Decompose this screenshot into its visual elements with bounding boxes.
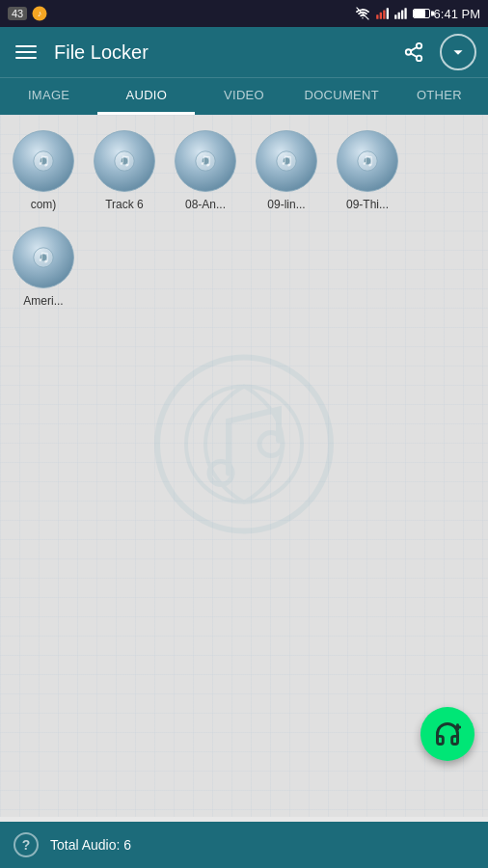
file-grid: ♫ com) ♫ Track 6 xyxy=(0,115,488,321)
status-left: 43 ♪ xyxy=(8,5,48,22)
svg-text:♫: ♫ xyxy=(361,149,374,170)
svg-text:♪: ♪ xyxy=(38,9,42,18)
file-icon-4: ♫ xyxy=(254,128,319,194)
svg-text:♫: ♫ xyxy=(280,149,293,170)
svg-rect-4 xyxy=(383,11,385,19)
svg-rect-7 xyxy=(397,13,399,19)
file-name-2: Track 6 xyxy=(105,198,144,211)
file-name-3: 08-An... xyxy=(185,198,226,211)
svg-rect-2 xyxy=(376,14,378,19)
share-button[interactable] xyxy=(395,34,432,70)
app-title: File Locker xyxy=(54,41,395,64)
tab-image[interactable]: IMAGE xyxy=(0,78,97,115)
svg-rect-8 xyxy=(401,11,403,19)
file-icon-3: ♫ xyxy=(173,128,238,194)
file-name-4: 09-lin... xyxy=(267,198,305,211)
svg-line-14 xyxy=(411,47,417,51)
file-name-6: Ameri... xyxy=(23,294,63,308)
svg-rect-6 xyxy=(394,14,396,19)
time-display: 6:41 PM xyxy=(434,7,480,21)
svg-text:♫: ♫ xyxy=(37,149,50,170)
file-item[interactable]: ♫ 09-Thi... xyxy=(328,122,407,217)
file-icon-1: ♫ xyxy=(11,128,76,194)
file-item[interactable]: ♫ 08-An... xyxy=(166,122,245,217)
signal-icon xyxy=(374,7,390,20)
bottom-bar: ? Total Audio: 6 xyxy=(0,822,488,868)
content-area: ♫ com) ♫ Track 6 xyxy=(0,115,488,817)
svg-rect-3 xyxy=(379,13,381,19)
watermark-icon xyxy=(148,348,340,545)
app-bar: File Locker xyxy=(0,27,488,77)
svg-text:♫: ♫ xyxy=(199,149,212,170)
status-right: 6:41 PM xyxy=(355,7,480,21)
more-options-button[interactable] xyxy=(440,34,476,70)
svg-line-13 xyxy=(411,53,417,57)
file-icon-6: ♫ xyxy=(11,225,76,290)
tab-other[interactable]: OTHER xyxy=(391,78,488,115)
battery-icon xyxy=(413,9,430,18)
tab-bar: IMAGE AUDIO VIDEO DOCUMENT OTHER xyxy=(0,77,488,115)
svg-text:♫: ♫ xyxy=(37,246,50,266)
total-audio-label: Total Audio: 6 xyxy=(50,837,131,853)
tab-document[interactable]: DOCUMENT xyxy=(293,78,391,115)
app-bar-actions xyxy=(395,34,476,70)
file-item[interactable]: ♫ Track 6 xyxy=(85,122,164,217)
status-number: 43 xyxy=(8,7,27,20)
file-name-1: com) xyxy=(31,198,57,211)
hamburger-button[interactable] xyxy=(12,41,41,63)
wifi-icon xyxy=(355,7,370,20)
notification-icon: ♪ xyxy=(31,5,48,22)
file-item[interactable]: ♫ com) xyxy=(4,122,83,217)
tab-video[interactable]: VIDEO xyxy=(195,78,292,115)
file-name-5: 09-Thi... xyxy=(346,198,389,211)
file-item[interactable]: ♫ Ameri... xyxy=(4,219,83,313)
tab-audio[interactable]: AUDIO xyxy=(97,78,195,115)
svg-rect-5 xyxy=(386,8,388,19)
svg-rect-9 xyxy=(404,8,406,18)
file-icon-2: ♫ xyxy=(92,128,157,194)
svg-text:♫: ♫ xyxy=(118,149,131,170)
status-bar: 43 ♪ 6:41 PM xyxy=(0,0,488,27)
file-icon-5: ♫ xyxy=(335,128,400,194)
file-item[interactable]: ♫ 09-lin... xyxy=(247,122,326,217)
add-audio-fab[interactable] xyxy=(420,707,474,761)
help-button[interactable]: ? xyxy=(14,832,39,857)
signal2-icon xyxy=(393,7,409,20)
